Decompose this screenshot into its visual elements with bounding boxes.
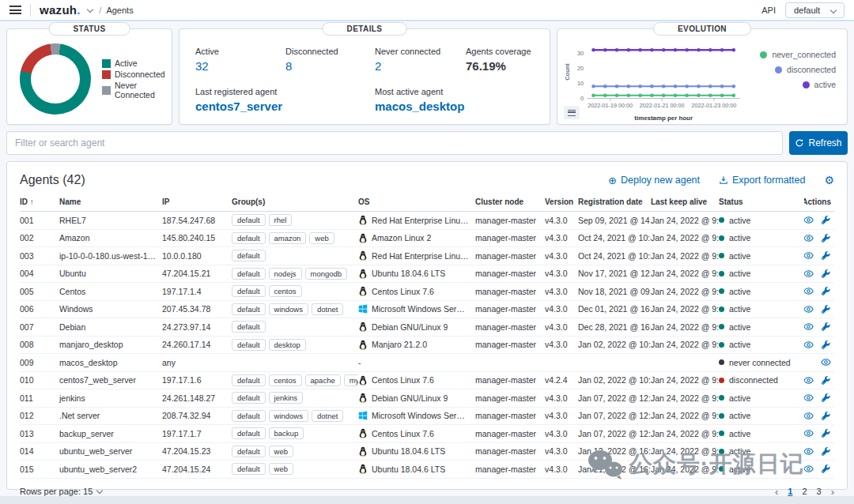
column-header-ip[interactable]: IP <box>162 197 232 206</box>
stat-value[interactable]: 2 <box>375 59 466 73</box>
cell-ip: 24.261.148.27 <box>162 393 232 403</box>
group-badge[interactable]: desktop <box>269 339 306 351</box>
view-agent-icon[interactable] <box>804 375 814 386</box>
last-registered-agent-link[interactable]: centos7_server <box>195 100 375 113</box>
group-badge[interactable]: nodejs <box>269 268 302 280</box>
column-header-registration-date[interactable]: Registration date <box>578 197 651 206</box>
most-active-agent-link[interactable]: macos_desktop <box>375 100 534 113</box>
agent-config-icon[interactable] <box>821 340 831 350</box>
view-agent-icon[interactable] <box>804 233 814 243</box>
search-input[interactable] <box>6 131 783 155</box>
agent-config-icon[interactable] <box>821 375 831 386</box>
view-agent-icon[interactable] <box>804 215 814 225</box>
view-agent-icon[interactable] <box>804 446 814 457</box>
agent-config-icon[interactable] <box>821 446 831 457</box>
chart-options-button[interactable] <box>564 106 580 119</box>
export-formatted-button[interactable]: Export formatted <box>719 175 805 186</box>
group-badge[interactable]: default <box>232 427 266 439</box>
group-badge[interactable]: mysql <box>344 374 358 386</box>
agent-config-icon[interactable] <box>821 286 831 296</box>
group-badge[interactable]: web <box>309 232 334 244</box>
column-header-status[interactable]: Status <box>719 197 804 206</box>
group-badge[interactable]: centos <box>269 374 302 386</box>
page-button-3[interactable]: 3 <box>817 487 822 496</box>
group-badge[interactable]: windows <box>269 303 308 315</box>
agent-config-icon[interactable] <box>821 215 831 225</box>
group-badge[interactable]: default <box>232 392 266 404</box>
view-agent-icon[interactable] <box>804 304 814 314</box>
view-agent-icon[interactable] <box>804 393 814 403</box>
group-badge[interactable]: dotnet <box>312 410 343 422</box>
plus-circle-icon: ⊕ <box>608 175 617 186</box>
group-badge[interactable]: backup <box>269 427 304 439</box>
cell-os: Centos Linux 7.6 <box>358 428 475 438</box>
menu-hamburger-icon[interactable] <box>9 6 21 14</box>
column-header-last-keep-alive[interactable]: Last keep alive <box>651 197 719 206</box>
legend-item[interactable]: disconnected <box>744 65 836 74</box>
group-badge[interactable]: mongodb <box>305 268 348 280</box>
group-badge[interactable]: default <box>232 339 266 351</box>
group-badge[interactable]: default <box>232 232 266 244</box>
view-agent-icon[interactable] <box>804 322 814 332</box>
agent-config-icon[interactable] <box>821 233 831 243</box>
group-badge[interactable]: default <box>232 321 266 333</box>
table-settings-gear-icon[interactable]: ⚙ <box>824 175 834 186</box>
group-badge[interactable]: default <box>232 410 266 422</box>
view-agent-icon[interactable] <box>804 464 814 474</box>
group-badge[interactable]: default <box>232 374 266 386</box>
agent-config-icon[interactable] <box>821 411 831 421</box>
column-header-groups[interactable]: Group(s) <box>232 197 358 206</box>
group-badge[interactable]: windows <box>269 410 308 422</box>
stat-value[interactable]: 8 <box>285 59 375 73</box>
refresh-button[interactable]: Refresh <box>789 131 848 155</box>
status-donut-chart[interactable] <box>20 43 91 115</box>
legend-item[interactable]: active <box>744 80 836 89</box>
group-badge[interactable]: web <box>269 446 293 457</box>
agent-config-icon[interactable] <box>821 393 831 403</box>
wazuh-logo[interactable]: wazuh. <box>40 3 82 17</box>
view-agent-icon[interactable] <box>804 411 814 421</box>
view-agent-icon[interactable] <box>804 286 814 296</box>
deploy-new-agent-button[interactable]: ⊕Deploy new agent <box>608 175 700 186</box>
view-agent-icon[interactable] <box>804 340 814 350</box>
group-badge[interactable]: centos <box>269 285 302 297</box>
group-badge[interactable]: rhel <box>269 214 293 226</box>
group-badge[interactable]: amazon <box>269 232 307 244</box>
column-header-version[interactable]: Version <box>545 197 578 206</box>
chevron-down-icon[interactable] <box>87 6 93 12</box>
group-badge[interactable]: default <box>232 285 266 297</box>
agent-config-icon[interactable] <box>821 269 831 279</box>
page-button-1[interactable]: 1 <box>788 487 792 496</box>
group-badge[interactable]: default <box>232 214 266 226</box>
group-badge[interactable]: default <box>232 250 266 261</box>
column-header-cluster-node[interactable]: Cluster node <box>475 197 545 206</box>
legend-item[interactable]: never_connected <box>744 50 836 59</box>
agent-config-icon[interactable] <box>821 304 831 314</box>
group-badge[interactable]: default <box>232 268 266 280</box>
group-badge[interactable]: default <box>232 463 266 475</box>
column-header-name[interactable]: Name <box>59 197 162 206</box>
page-button-2[interactable]: 2 <box>802 487 807 496</box>
legend-item[interactable]: Disconnected <box>102 70 165 79</box>
group-badge[interactable]: apache <box>305 374 341 386</box>
group-badge[interactable]: web <box>269 463 293 475</box>
legend-item[interactable]: Never Connected <box>102 81 165 100</box>
view-agent-icon[interactable] <box>804 428 814 438</box>
stat-value[interactable]: 32 <box>195 59 285 73</box>
view-agent-icon[interactable] <box>804 269 814 279</box>
agent-config-icon[interactable] <box>821 428 831 438</box>
rows-per-page-selector[interactable]: Rows per page: 15 <box>20 487 102 496</box>
column-header-os[interactable]: OS <box>358 197 475 206</box>
agent-config-icon[interactable] <box>821 322 831 332</box>
view-agent-icon[interactable] <box>821 357 831 367</box>
group-badge[interactable]: dotnet <box>312 303 343 315</box>
group-badge[interactable]: default <box>232 446 266 457</box>
agent-config-icon[interactable] <box>821 250 831 261</box>
group-badge[interactable]: default <box>232 303 266 315</box>
agent-config-icon[interactable] <box>821 464 831 474</box>
legend-item[interactable]: Active <box>102 58 165 68</box>
group-badge[interactable]: jenkins <box>269 392 304 404</box>
column-header-id[interactable]: ID ↑ <box>20 197 59 206</box>
api-select[interactable]: default <box>785 2 845 18</box>
view-agent-icon[interactable] <box>804 250 814 261</box>
